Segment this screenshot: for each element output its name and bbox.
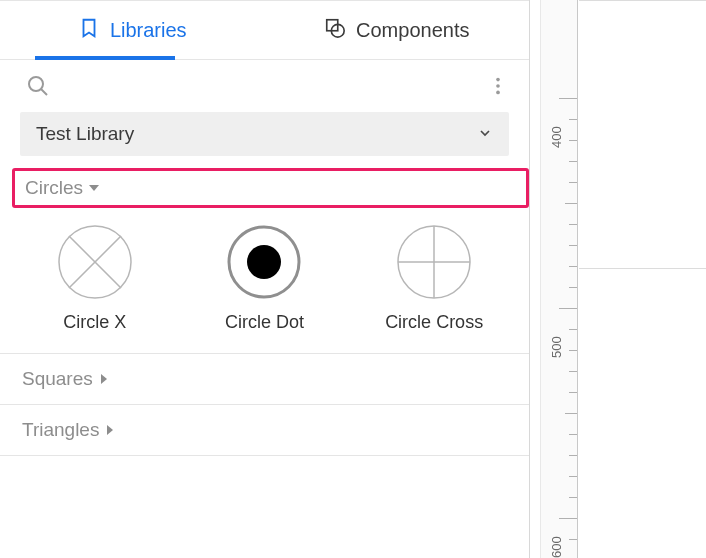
- svg-point-5: [496, 84, 500, 88]
- more-icon[interactable]: [487, 75, 509, 97]
- ruler-tick-label: 400: [549, 126, 564, 148]
- circles-items: Circle X Circle Dot Circle Cross: [0, 208, 529, 353]
- search-icon[interactable]: [26, 74, 50, 98]
- shape-label: Circle X: [63, 312, 126, 333]
- shape-item-circle-dot[interactable]: Circle Dot: [184, 222, 344, 333]
- chevron-down-icon: [477, 123, 493, 146]
- group-header-triangles[interactable]: Triangles: [0, 404, 529, 456]
- triangle-right-icon: [107, 425, 113, 435]
- circle-dot-icon: [224, 222, 304, 302]
- panel-tabs: Libraries Components: [0, 0, 529, 60]
- svg-point-4: [496, 78, 500, 82]
- vertical-ruler: 400 500 600: [540, 0, 706, 558]
- circle-cross-icon: [394, 222, 474, 302]
- library-select-value: Test Library: [36, 123, 134, 145]
- libraries-panel: Libraries Components Test Library Circle…: [0, 0, 530, 558]
- tab-label-libraries: Libraries: [110, 19, 187, 42]
- ruler-tick-label: 600: [549, 536, 564, 558]
- search-row: [0, 60, 529, 112]
- ruler-tick-label: 500: [549, 336, 564, 358]
- tab-libraries[interactable]: Libraries: [0, 1, 265, 59]
- triangle-down-icon: [89, 185, 99, 191]
- svg-point-6: [496, 91, 500, 95]
- group-label-triangles: Triangles: [22, 419, 99, 441]
- shape-label: Circle Dot: [225, 312, 304, 333]
- library-select[interactable]: Test Library: [20, 112, 509, 156]
- bookmark-icon: [78, 17, 100, 44]
- tab-components[interactable]: Components: [265, 1, 530, 59]
- group-label-squares: Squares: [22, 368, 93, 390]
- tab-label-components: Components: [356, 19, 469, 42]
- group-label-circles: Circles: [25, 177, 83, 199]
- shape-label: Circle Cross: [385, 312, 483, 333]
- circle-x-icon: [55, 222, 135, 302]
- shape-item-circle-x[interactable]: Circle X: [15, 222, 175, 333]
- shapes-icon: [324, 17, 346, 44]
- ruler-track: 400 500 600: [540, 0, 578, 558]
- svg-point-2: [29, 77, 43, 91]
- svg-point-11: [247, 245, 281, 279]
- shape-item-circle-cross[interactable]: Circle Cross: [354, 222, 514, 333]
- triangle-right-icon: [101, 374, 107, 384]
- group-header-squares[interactable]: Squares: [0, 353, 529, 404]
- group-header-circles[interactable]: Circles: [12, 168, 529, 208]
- svg-line-3: [41, 89, 47, 95]
